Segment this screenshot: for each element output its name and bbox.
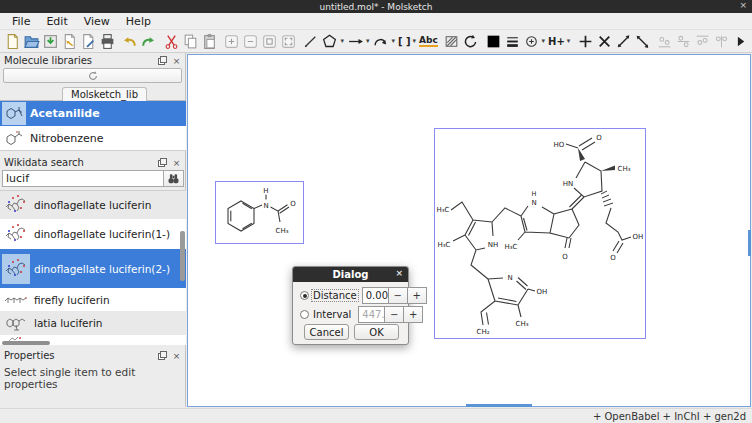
reaction-arrow-tool-icon[interactable]	[347, 32, 364, 51]
dock-float-icon[interactable]	[157, 350, 168, 361]
library-item-label: Acetanilide	[30, 107, 100, 120]
ok-button[interactable]: OK	[354, 324, 399, 340]
dialog-titlebar[interactable]: Dialog ×	[293, 267, 408, 282]
move-tool-icon[interactable]	[577, 32, 594, 51]
window-close-icon[interactable]: ×	[739, 0, 747, 10]
dock-float-icon[interactable]	[157, 55, 168, 66]
properties-panel: Properties × Select single item to edit …	[0, 348, 186, 393]
canvas-horizontal-scroll-handle[interactable]	[466, 404, 532, 407]
library-item[interactable]: Acetanilide	[0, 101, 186, 126]
menu-file[interactable]: File	[4, 14, 38, 29]
text-tool-icon[interactable]: Abc	[419, 32, 438, 51]
align-top-icon	[694, 32, 711, 51]
statusbar-text: + OpenBabel + InChI + gen2d	[593, 411, 746, 422]
zoom-in-icon[interactable]	[223, 32, 240, 51]
wikidata-vertical-scrollbar[interactable]	[180, 193, 185, 343]
interval-value-field[interactable]: 447.90	[358, 306, 385, 323]
ring-tool-icon[interactable]	[321, 32, 338, 51]
refresh-icon	[87, 70, 99, 82]
dialog-close-icon[interactable]: ×	[395, 268, 403, 278]
redo-icon[interactable]	[140, 32, 157, 51]
wikidata-search-input[interactable]	[2, 170, 164, 187]
atom-label: O	[562, 253, 568, 261]
interval-decrement-button[interactable]: −	[385, 306, 404, 323]
app-window: { "window": { "title": "untitled.mol* - …	[0, 0, 752, 423]
export-icon[interactable]	[80, 32, 97, 51]
wikidata-result-item[interactable]: dinoflagellate luciferin	[0, 191, 186, 219]
delete-tool-icon[interactable]	[596, 32, 613, 51]
refresh-libraries-button[interactable]	[3, 68, 182, 83]
menu-help[interactable]: Help	[118, 14, 159, 29]
paste-icon[interactable]	[201, 32, 218, 51]
library-item[interactable]: Nitrobenzene	[0, 126, 186, 151]
ring-tool-icon-dropdown[interactable]: ▾	[340, 37, 344, 45]
align-bottom-icon	[656, 32, 673, 51]
wikidata-search-title: Wikidata search	[4, 157, 84, 168]
align-vcenter-icon	[675, 32, 692, 51]
interval-radio-label[interactable]: Interval	[312, 309, 352, 320]
drawing-canvas[interactable]: H N O CH₃ HO O CH₃ HN H N	[187, 54, 751, 407]
canvas-vertical-scroll-handle[interactable]	[748, 230, 751, 256]
distance-radio-label[interactable]: Distance	[312, 290, 358, 301]
menu-edit[interactable]: Edit	[38, 14, 75, 29]
dialog-title: Dialog	[333, 269, 369, 280]
save-file-icon[interactable]	[42, 32, 59, 51]
rotate-tool-icon[interactable]	[462, 32, 479, 51]
hydrogen-tool-icon[interactable]: H+	[548, 32, 565, 51]
undo-icon[interactable]	[121, 32, 138, 51]
atom-label: OH	[537, 288, 548, 296]
wikidata-result-item[interactable]: latia luciferin	[0, 311, 186, 335]
wikidata-search-button[interactable]	[164, 170, 184, 187]
acetanilide-molecule[interactable]: H N O CH₃	[215, 181, 304, 244]
charge-tool-icon-dropdown[interactable]: ▾	[542, 37, 546, 45]
draw-tool-icon[interactable]	[302, 32, 319, 51]
dock-float-icon[interactable]	[157, 157, 168, 168]
line-width-icon[interactable]	[504, 32, 521, 51]
wikidata-horizontal-scrollbar[interactable]	[0, 341, 180, 346]
distance-value-field[interactable]: 0.00	[362, 287, 389, 304]
atom-label: CH₂	[477, 328, 490, 336]
wikidata-results-list: dinoflagellate luciferindinoflagellate l…	[0, 190, 186, 345]
new-file-icon[interactable]	[4, 32, 21, 51]
cut-icon[interactable]	[163, 32, 180, 51]
zoom-fit-icon[interactable]	[280, 32, 297, 51]
hatch-bond-tool-icon[interactable]	[443, 32, 460, 51]
flip-horizontal-icon[interactable]	[615, 32, 632, 51]
mechanism-arrow-tool-icon-dropdown[interactable]: ▾	[391, 37, 395, 45]
dock-close-icon[interactable]: ×	[171, 157, 182, 168]
mechanism-arrow-tool-icon[interactable]	[372, 32, 389, 51]
cancel-button[interactable]: Cancel	[304, 324, 349, 340]
distance-interval-dialog: Dialog × Distance 0.00 − + Interval 447.…	[292, 266, 409, 345]
atom-label: O	[610, 254, 616, 262]
wikidata-result-item[interactable]: firefly luciferin	[0, 288, 186, 311]
distance-increment-button[interactable]: +	[408, 287, 427, 304]
interval-increment-button[interactable]: +	[404, 306, 423, 323]
dock-close-icon[interactable]: ×	[171, 350, 182, 361]
toolbar-overflow-icon[interactable]	[732, 32, 749, 51]
menubar: FileEditViewHelp	[0, 13, 752, 30]
reaction-arrow-tool-icon-dropdown[interactable]: ▾	[366, 37, 370, 45]
interval-radio[interactable]	[300, 310, 309, 319]
open-file-icon[interactable]	[23, 32, 40, 51]
distance-decrement-button[interactable]: −	[389, 287, 408, 304]
zoom-original-icon[interactable]	[261, 32, 278, 51]
wikidata-result-item[interactable]: dinoflagellate luciferin(2-)	[0, 249, 186, 288]
atom-label: H₃C	[438, 241, 451, 249]
luciferin-molecule[interactable]: HO O CH₃ HN H N H₃C H₃C NH H₃C O OH O N …	[434, 128, 646, 339]
color-picker-icon[interactable]	[485, 32, 502, 51]
menu-view[interactable]: View	[76, 14, 118, 29]
wikidata-result-item[interactable]: dinoflagellate luciferin(1-)	[0, 219, 186, 249]
distance-radio[interactable]	[300, 291, 309, 300]
charge-tool-icon[interactable]	[523, 32, 540, 51]
atom-label: N	[531, 199, 536, 207]
tab-molsketch-lib[interactable]: Molsketch_lib	[62, 87, 147, 101]
dock-close-icon[interactable]: ×	[171, 55, 182, 66]
flip-vertical-icon[interactable]	[634, 32, 651, 51]
save-as-icon[interactable]	[61, 32, 78, 51]
bracket-tool-icon[interactable]: [ ]	[398, 32, 411, 51]
bracket-tool-icon-dropdown[interactable]: ▾	[413, 37, 417, 45]
copy-icon[interactable]	[182, 32, 199, 51]
zoom-out-icon[interactable]	[242, 32, 259, 51]
print-icon[interactable]	[99, 32, 116, 51]
hydrogen-tool-icon-dropdown[interactable]: ▾	[567, 37, 571, 45]
